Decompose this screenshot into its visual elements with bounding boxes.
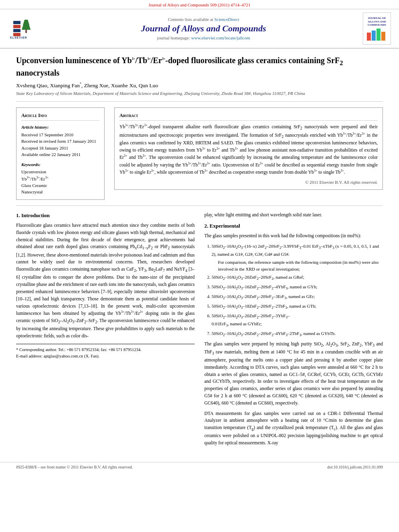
journal-reference-bar: Journal of Alloys and Compounds 509 (201…	[0, 0, 399, 9]
footnote-email: E-mail address: aptglas@yahoo.com.cn (X.…	[16, 353, 195, 359]
paper-affiliation: State Key Laboratory of Silicon Material…	[16, 91, 383, 96]
svg-rect-1	[13, 21, 21, 24]
sciencedirect-line: Contents lists available at ScienceDirec…	[52, 17, 355, 22]
footnote-area: * Corresponding author. Tel.: +86 571 87…	[16, 344, 195, 360]
list-item-1: 50SiO2–10Al2O3–(16–x) 2nF2–20SrF2–3.99Yb…	[212, 243, 383, 272]
header-middle: Contents lists available at ScienceDirec…	[52, 17, 355, 40]
keywords-label: Keywords:	[21, 161, 99, 168]
body-section: 1. Introduction Fluorosilicate glass cer…	[16, 212, 383, 450]
body-left-column: 1. Introduction Fluorosilicate glass cer…	[16, 212, 195, 450]
comparison-note: For comparison, the reference sample wit…	[218, 259, 383, 272]
journal-homepage-link[interactable]: www.elsevier.com/locate/jallcom	[191, 35, 250, 40]
header-divider	[16, 101, 383, 102]
thumb-logo: JOURNAL OF ALLOYS AND COMPOUNDS	[363, 12, 391, 45]
section2-heading: 2. Experimental	[204, 222, 383, 230]
footer-doi: doi:10.1016/j.jallcom.2011.01.099	[327, 465, 383, 469]
svg-rect-12	[381, 32, 385, 41]
keyword-glass-ceramic: Glass Ceramic	[21, 182, 99, 189]
section2-intro: The glass samples presented in this work…	[204, 232, 383, 240]
available-date: Available online 22 January 2011	[21, 151, 99, 158]
sciencedirect-link[interactable]: ScienceDirect	[214, 17, 239, 22]
right-intro-para: play, white light emitting and short wav…	[204, 212, 383, 219]
article-info-column: Article Info Article history: Received 1…	[16, 107, 105, 200]
section2-paragraph2: The glass samples were prepared by mixin…	[204, 341, 383, 407]
journal-title-header: Journal of Alloys and Compounds	[52, 23, 355, 34]
list-item-4: 50SiO2–10Al2O3–20ZnF2–20SrF2–3ErF3, name…	[212, 293, 383, 301]
keyword-nanocrystal: Nanocrystal	[21, 189, 99, 195]
list-item-7: 50SiO2–10Al2O3–20ZnF2–20SrF2–4YbF3–2TbF3…	[212, 330, 383, 338]
revised-date: Received in revised form 17 January 2011	[21, 138, 99, 145]
section1-paragraph: Fluorosilicate glass ceramics have attra…	[16, 222, 195, 340]
journal-header: ELSEVIER Contents lists available at Sci…	[0, 9, 399, 49]
section1-heading: 1. Introduction	[16, 212, 195, 220]
abstract-text: Yb3+/Tb3+/Er3+-doped transparent alkalin…	[119, 123, 378, 176]
elsevier-logo-svg: ELSEVIER	[10, 18, 42, 40]
footer-issn: 0925-8388/$ – see front matter © 2011 El…	[16, 465, 133, 469]
section2-paragraph3: DTA measurements for glass samples were …	[204, 410, 383, 447]
journal-homepage-line: journal homepage: www.elsevier.com/locat…	[52, 35, 355, 40]
accepted-date: Accepted 18 January 2011	[21, 145, 99, 152]
thumb-logo-chart	[367, 29, 387, 41]
svg-rect-3	[13, 29, 21, 32]
list-item-2: 50SiO2–10Al2O3–20ZnF2–20SrF2, named as G…	[212, 274, 383, 282]
svg-rect-7	[25, 30, 27, 33]
svg-rect-11	[376, 29, 380, 41]
thumb-logo-title: JOURNAL OF ALLOYS AND COMPOUNDS	[368, 16, 386, 27]
composition-list: 50SiO2–10Al2O3–(16–x) 2nF2–20SrF2–3.99Yb…	[212, 243, 383, 338]
thumb-logo-bars	[367, 29, 387, 41]
svg-rect-10	[372, 31, 376, 41]
article-info-title: Article Info	[21, 112, 99, 121]
article-meta-section: Article Info Article history: Received 1…	[16, 107, 383, 200]
keyword-upconversion: Upconversion	[21, 168, 99, 175]
keyword-ions: Yb3+/Tb3+/Er3+	[21, 175, 99, 182]
svg-text:ELSEVIER: ELSEVIER	[10, 36, 27, 39]
list-item-5: 50SiO2–10Al2O3–18ZnF2–20SrF2–2TbF3, name…	[212, 303, 383, 311]
svg-rect-4	[13, 33, 21, 36]
list-item-6: 50SiO2–10Al2O3–20ZnF2–20SrF2–3YbF3–0.01E…	[212, 312, 383, 329]
copyright-line: © 2011 Elsevier B.V. All rights reserved…	[119, 179, 378, 186]
footnote-corresponding: * Corresponding author. Tel.: +86 571 87…	[16, 347, 195, 353]
svg-rect-2	[13, 25, 21, 28]
body-right-column: play, white light emitting and short wav…	[204, 212, 383, 450]
abstract-title: Abstract	[119, 112, 378, 121]
footer-bar: 0925-8388/$ – see front matter © 2011 El…	[0, 462, 399, 472]
body-divider	[16, 205, 383, 206]
abstract-column: Abstract Yb3+/Tb3+/Er3+-doped transparen…	[114, 107, 383, 200]
received-date: Received 17 September 2010	[21, 131, 99, 138]
elsevier-logo: ELSEVIER	[8, 16, 44, 41]
paper-authors: Xvsheng Qiao, Xianping Fan*, Zheng Xue, …	[16, 82, 383, 89]
paper-title: Upconversion luminescence of Yb3+/Tb3+/E…	[16, 55, 383, 78]
abstract-box: Abstract Yb3+/Tb3+/Er3+-doped transparen…	[114, 107, 383, 190]
list-item-3: 50SiO2–10Al2O3–16ZnF2–20SrF2–4YbF3, name…	[212, 283, 383, 292]
history-label: Article history:	[21, 124, 99, 131]
svg-rect-9	[367, 33, 371, 41]
paper-content: Upconversion luminescence of Yb3+/Tb3+/E…	[0, 49, 399, 458]
article-info-box: Article Info Article history: Received 1…	[16, 107, 105, 200]
journal-reference-text: Journal of Alloys and Compounds 509 (201…	[148, 2, 251, 7]
